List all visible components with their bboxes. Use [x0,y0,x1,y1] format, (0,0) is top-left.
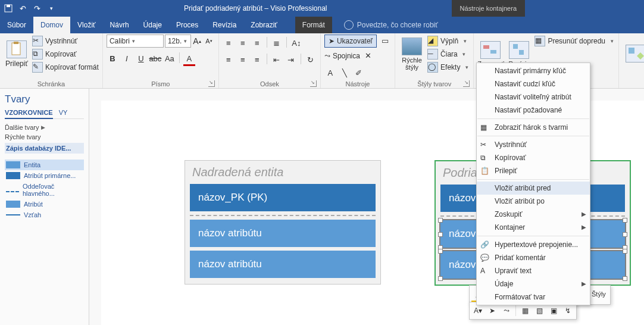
font-size-combo[interactable]: 12b.▾ [165,35,191,48]
underline-button[interactable]: U [135,52,147,64]
context-menu-item[interactable]: Nastaviť požadované [477,104,590,117]
context-menu-item[interactable]: Pridať komentár💬 [477,251,590,264]
attr-row[interactable]: názov atribútu [190,220,376,247]
context-menu-item[interactable]: Formátovať tvar [477,290,590,304]
quick-shapes-link[interactable]: Rýchle tvary [5,133,84,140]
font-name-combo[interactable]: Calibri▾ [107,35,164,48]
mini-shrink-font-button[interactable]: A▾ [471,304,484,317]
resize-handle[interactable] [623,276,627,281]
italic-button[interactable]: I [121,52,133,64]
resize-handle[interactable] [623,249,627,254]
more-shapes-link[interactable]: Ďalšie tvary▶ [5,124,84,131]
mini-bring-forward-button[interactable]: ▦ [518,304,532,317]
resize-handle[interactable] [438,276,443,281]
shrink-font-button[interactable]: A▾ [203,35,215,47]
align-bottom-button[interactable]: ≡ [251,37,263,49]
resize-handle[interactable] [623,232,627,237]
cut-button[interactable]: ✂Vystrihnúť [32,35,99,48]
grow-font-button[interactable]: A▴ [191,35,203,47]
bring-forward-button[interactable]: ▦Presunúť dopredu▾ [534,35,615,48]
context-menu-item[interactable]: Vložiť atribút pred [477,182,590,195]
crop-tool-button[interactable]: ✕ [362,49,374,61]
pointer-tool-button[interactable]: ➤Ukazovateľ [324,35,377,48]
tab-review[interactable]: Revízia [205,17,243,33]
line-tool-button[interactable]: ╲ [339,67,351,79]
tell-me[interactable]: Povedzte, čo chcete robiť [344,17,438,33]
context-menu-item[interactable]: Vystrihnúť✂ [477,138,590,151]
shape-item-relation[interactable]: Vzťah [5,210,84,220]
align-left-button[interactable]: ≡ [223,54,235,65]
tab-format[interactable]: Formát [295,17,332,33]
mini-send-back-button[interactable]: ▧ [533,304,546,317]
shapes-tab-stencils[interactable]: VZORKOVNICE [5,109,53,119]
mini-connector-button[interactable]: ⤳ [500,304,513,317]
indent-inc-button[interactable]: ⇥ [285,54,297,65]
tab-file[interactable]: Súbor [0,17,33,33]
context-menu-item[interactable]: Kopírovať⧉ [477,151,590,164]
resize-handle[interactable] [623,218,627,223]
attr-pk[interactable]: názov_PK (PK) [190,184,376,211]
copy-button[interactable]: ⧉Kopírovať [32,48,99,61]
context-menu-item[interactable]: Nastaviť primárny kľúč [477,64,590,77]
shape-item-attr[interactable]: Atribút [5,199,84,210]
rotate-text-button[interactable]: ↻ [305,54,317,65]
tab-insert[interactable]: Vložiť [70,17,103,33]
context-menu-item[interactable]: Zoskupiť▶ [477,208,590,221]
undo-icon[interactable]: ↶ [18,4,27,13]
shapes-category[interactable]: Zápis databázy IDE... [5,143,84,154]
align-center-button[interactable]: ≡ [237,54,249,65]
context-menu-item[interactable]: Nastaviť cudzí kľúč [477,77,590,90]
entity-parent[interactable]: Nadradená entita názov_PK (PK) názov atr… [185,160,381,285]
rectangle-tool-button[interactable]: ▭ [379,35,391,46]
tab-process[interactable]: Proces [169,17,205,33]
line-button[interactable]: ─Čiara▾ [427,48,470,61]
paste-button[interactable]: Prilepiť [4,35,30,74]
tab-view[interactable]: Zobraziť [243,17,285,33]
font-color-button[interactable]: A [183,52,195,66]
mini-pointer-button[interactable]: ➤ [486,304,499,317]
change-shape-button[interactable] [623,35,644,74]
effects-button[interactable]: ◯Efekty▾ [427,61,470,74]
resize-handle[interactable] [438,249,443,254]
quick-styles-button[interactable]: Rýchle štýly [399,35,425,74]
mini-group-button[interactable]: ▣ [547,304,560,317]
align-right-button[interactable]: ≡ [251,54,263,65]
indent-dec-button[interactable]: ⇤ [271,54,283,65]
context-menu-item[interactable]: Zobraziť hárok s tvarmi▦ [477,121,590,134]
align-top-button[interactable]: ≡ [223,37,235,49]
mini-autoconnect-button[interactable]: ↯ [561,304,574,317]
context-menu-item[interactable]: Upraviť textA [477,264,590,277]
font-dialog-launcher[interactable]: ↘ [208,80,215,87]
tab-design[interactable]: Návrh [103,17,136,33]
shape-styles-dialog-launcher[interactable]: ↘ [463,80,470,87]
resize-handle[interactable] [438,218,443,223]
tab-data[interactable]: Údaje [136,17,169,33]
text-direction-button[interactable]: A↕ [290,37,302,49]
qat-customize-icon[interactable]: ▾ [46,4,56,13]
context-menu-item[interactable]: Prilepiť📋 [477,164,590,177]
context-menu-item[interactable]: Vložiť atribút po [477,195,590,208]
freeform-tool-button[interactable]: ✐ [353,67,365,79]
fill-button[interactable]: ◢Výplň▾ [427,35,470,48]
shapes-tab-search[interactable]: VY [59,109,68,116]
format-painter-button[interactable]: ✎Kopírovať formát [32,61,99,74]
case-button[interactable]: Aa [164,52,176,64]
context-menu-item[interactable]: Kontajner▶ [477,221,590,234]
shape-item-entity[interactable]: Entita [5,160,84,170]
tab-home[interactable]: Domov [33,17,70,33]
shape-item-pk-attr[interactable]: Atribút primárne... [5,170,84,181]
attr-row[interactable]: názov atribútu [190,251,376,278]
save-icon[interactable] [4,4,13,13]
connector-tool-button[interactable]: ⤳Spojnica [324,49,360,62]
paragraph-dialog-launcher[interactable]: ↘ [310,80,317,87]
context-menu-item[interactable]: Údaje▶ [477,277,590,290]
bold-button[interactable]: B [107,52,118,64]
context-menu-item[interactable]: Hypertextové prepojenie...🔗 [477,238,590,251]
redo-icon[interactable]: ↷ [32,4,42,13]
resize-handle[interactable] [438,232,443,237]
bullets-button[interactable]: ≣ [271,37,283,49]
shape-item-separator[interactable]: Oddeľovač hlavného... [5,181,84,199]
strike-button[interactable]: abc [149,52,161,64]
context-menu-item[interactable]: Nastaviť voliteľný atribút [477,90,590,104]
align-middle-button[interactable]: ≡ [237,37,249,49]
